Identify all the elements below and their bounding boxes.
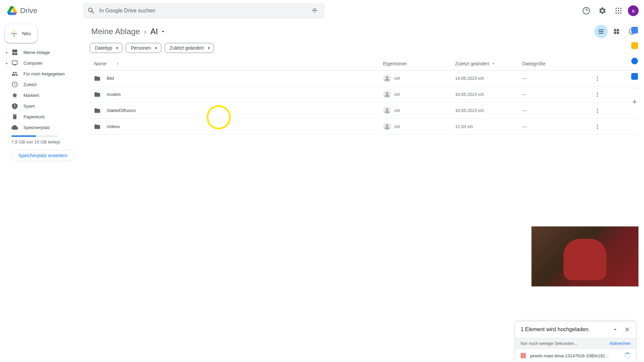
owner-avatar-icon: [383, 74, 391, 82]
nav-computers[interactable]: Computer: [3, 58, 80, 68]
col-owner[interactable]: Eigentümer: [383, 61, 455, 66]
upload-toast: 1 Element wird hochgeladen. Nur noch wen…: [515, 321, 636, 362]
more-icon[interactable]: [592, 73, 603, 84]
support-icon[interactable]: [580, 4, 593, 17]
nav-label: Für mich freigegeben: [23, 71, 65, 76]
upload-item[interactable]: pexels-maxi-leiva-13147618-1080x192...: [515, 349, 636, 362]
more-icon[interactable]: [592, 89, 603, 100]
folder-icon: [94, 75, 101, 82]
logo-area[interactable]: Drive: [5, 4, 83, 17]
filter-type[interactable]: Dateityp▼: [90, 43, 122, 53]
svg-point-7: [615, 12, 617, 14]
toast-collapse-icon[interactable]: [612, 326, 619, 333]
search-options-icon[interactable]: [309, 5, 321, 17]
col-name-label: Name: [94, 61, 106, 66]
add-addon-icon[interactable]: +: [633, 98, 637, 106]
breadcrumb-current[interactable]: AI: [148, 25, 169, 38]
owner-name: ich: [394, 124, 400, 129]
search-icon: [87, 7, 95, 15]
modified-date: 10.05.2023: [455, 108, 477, 113]
image-file-icon: [521, 353, 526, 358]
nav-label: Speicherplatz: [23, 125, 50, 130]
owner-name: ich: [394, 92, 400, 97]
toast-cancel-link[interactable]: Abbrechen: [609, 341, 631, 346]
table-row[interactable]: Videos ich 11:33ich —: [89, 119, 639, 135]
svg-point-8: [618, 12, 619, 14]
svg-point-9: [620, 12, 622, 14]
file-name: Videos: [107, 124, 120, 129]
sort-asc-icon: ↑: [116, 61, 119, 66]
file-size: —: [522, 108, 589, 113]
toast-close-icon[interactable]: [624, 326, 631, 333]
keep-icon[interactable]: [631, 42, 638, 49]
nav-trash[interactable]: Papierkorb: [3, 111, 80, 122]
chevron-down-icon: ▼: [115, 46, 119, 50]
breadcrumb: Meine Ablage › AI: [89, 21, 639, 42]
folder-icon: [94, 123, 101, 130]
storage-upgrade-button[interactable]: Speicherplatz erweitern: [11, 150, 74, 161]
owner-avatar-icon: [383, 107, 391, 115]
more-icon[interactable]: [592, 105, 603, 116]
nav-shared[interactable]: Für mich freigegeben: [3, 68, 80, 79]
tasks-icon[interactable]: [631, 58, 638, 64]
col-modified[interactable]: Zuletzt geändert: [455, 61, 522, 66]
trash-icon: [11, 113, 18, 120]
owner-name: ich: [394, 76, 400, 81]
svg-point-2: [618, 8, 619, 9]
nav-recent[interactable]: Zuletzt: [3, 79, 80, 90]
contacts-icon[interactable]: [631, 73, 638, 80]
col-modified-label: Zuletzt geändert: [455, 61, 489, 66]
filter-people[interactable]: Personen▼: [126, 43, 161, 53]
breadcrumb-root[interactable]: Meine Ablage: [89, 25, 143, 38]
more-icon[interactable]: [592, 121, 603, 132]
table-row[interactable]: models ich 10.05.2023ich —: [89, 86, 639, 103]
svg-point-17: [597, 108, 598, 109]
account-avatar[interactable]: a: [628, 5, 639, 16]
column-headers: Name ↑ Eigentümer Zuletzt geändert Datei…: [89, 57, 639, 70]
nav-starred[interactable]: Markiert: [3, 90, 80, 101]
table-row[interactable]: StableDiffusion ich 10.05.2023ich —: [89, 103, 639, 119]
upload-filename: pexels-maxi-leiva-13147618-1080x192...: [530, 353, 621, 358]
grid-view-button[interactable]: [610, 25, 623, 38]
owner-avatar-icon: [383, 90, 391, 99]
file-name: StableDiffusion: [107, 108, 136, 113]
chip-label: Personen: [131, 45, 151, 51]
toast-subtitle: Nur noch wenige Sekunden...: [521, 341, 578, 346]
header-actions: a: [580, 4, 639, 17]
settings-icon[interactable]: [596, 4, 609, 17]
new-button[interactable]: Neu: [5, 24, 38, 43]
apps-icon[interactable]: [612, 4, 625, 17]
chevron-down-icon: [491, 61, 496, 66]
table-row[interactable]: Bild ich 14.05.2023ich —: [89, 70, 639, 86]
search-bar[interactable]: [83, 3, 325, 18]
search-input[interactable]: [99, 8, 309, 14]
svg-point-20: [597, 124, 598, 125]
chevron-right-icon: ›: [144, 28, 146, 36]
chevron-down-icon: ▼: [207, 46, 210, 50]
divider: [631, 88, 638, 89]
filter-modified[interactable]: Zuletzt geändert▼: [165, 43, 214, 53]
col-name[interactable]: Name ↑: [91, 61, 383, 66]
sidebar: Neu Meine Ablage Computer Für mich freig…: [0, 21, 86, 362]
nav-spam[interactable]: Spam: [3, 101, 80, 111]
new-button-label: Neu: [22, 31, 31, 36]
svg-point-12: [597, 78, 598, 79]
toast-title: 1 Element wird hochgeladen.: [521, 326, 590, 333]
nav-label: Computer: [23, 61, 43, 66]
star-icon: [11, 92, 18, 99]
file-size: —: [522, 92, 589, 97]
col-size[interactable]: Dateigröße: [522, 61, 589, 66]
calendar-icon[interactable]: [631, 27, 638, 34]
filter-bar: Dateityp▼ Personen▼ Zuletzt geändert▼: [89, 42, 639, 57]
nav-list: Meine Ablage Computer Für mich freigegeb…: [3, 47, 80, 133]
file-list: Bild ich 14.05.2023ich — models ich 10.0…: [89, 70, 639, 135]
chevron-down-icon: ▼: [154, 46, 158, 50]
nav-storage[interactable]: Speicherplatz: [3, 122, 80, 133]
svg-point-5: [618, 10, 619, 11]
modified-date: 11:33: [455, 124, 466, 129]
svg-point-13: [597, 79, 598, 80]
list-view-button[interactable]: [594, 25, 608, 38]
nav-my-drive[interactable]: Meine Ablage: [3, 47, 80, 58]
storage-section: 7,9 GB von 15 GB belegt Speicherplatz er…: [3, 133, 80, 161]
chip-label: Zuletzt geändert: [170, 45, 204, 51]
